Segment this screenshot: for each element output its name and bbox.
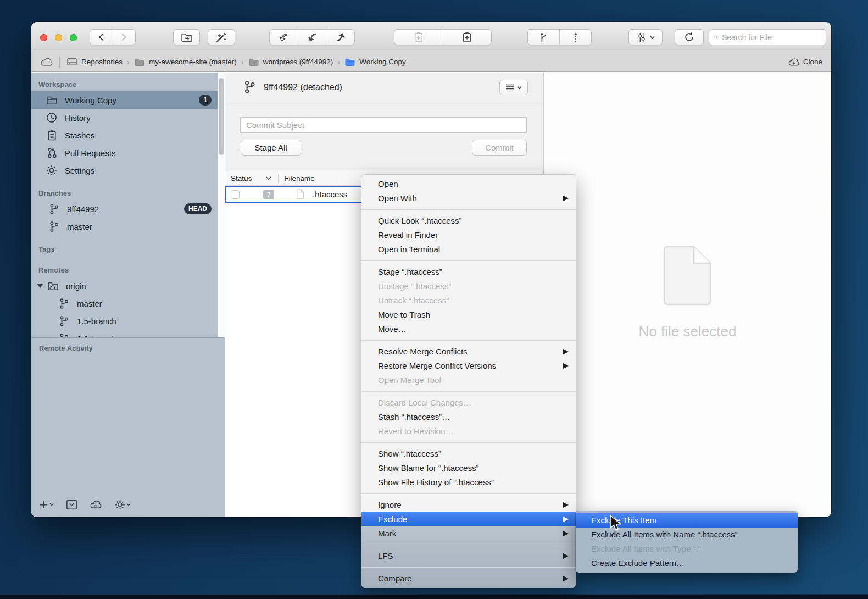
menu-item-lfs[interactable]: LFS (361, 549, 576, 563)
sidebar-branch-master[interactable]: master (31, 218, 225, 235)
breadcrumb-repo[interactable]: my-awesome-site (master) (134, 58, 237, 66)
branch-icon (58, 298, 70, 309)
menu-separator (361, 442, 576, 443)
merge-button[interactable] (528, 30, 560, 45)
sidebar-item-history[interactable]: History (31, 109, 225, 126)
working-copy-folder-icon (344, 58, 355, 66)
menu-item-compare[interactable]: Compare (361, 572, 576, 586)
column-divider (278, 174, 279, 183)
breadcrumb-repositories[interactable]: Repositories (66, 57, 123, 66)
sidebar-branch-9ff44992[interactable]: 9ff44992 HEAD (31, 200, 225, 218)
rebase-button[interactable] (560, 30, 591, 45)
settings-gear-button[interactable] (115, 500, 131, 510)
minimize-window-button[interactable] (55, 34, 62, 41)
sidebar-remote-branch-2-0[interactable]: 2.0-branch (31, 330, 225, 337)
menu-item-open-in-terminal[interactable]: Open in Terminal (361, 242, 576, 257)
quick-launch-button[interactable] (208, 29, 235, 45)
submenu-arrow-icon (563, 517, 569, 522)
disclosure-triangle-icon[interactable] (37, 284, 43, 288)
menu-item-reveal-in-finder[interactable]: Reveal in Finder (361, 228, 576, 242)
cloud-accounts-button[interactable] (90, 500, 103, 509)
sidebar-item-stashes[interactable]: Stashes (31, 126, 225, 144)
menu-item-open-merge-tool[interactable]: Open Merge Tool (361, 373, 576, 387)
menu-item-revert-to-revision[interactable]: Revert to Revision… (361, 424, 576, 439)
column-header-status[interactable]: Status (231, 174, 252, 182)
menu-separator (361, 391, 576, 392)
forward-button[interactable] (113, 30, 136, 45)
menu-item-discard-local-changes[interactable]: Discard Local Changes… (361, 396, 576, 410)
sidebar-item-pull-requests[interactable]: Pull Requests (31, 144, 225, 162)
stage-checkbox[interactable] (231, 190, 240, 199)
refresh-button[interactable] (675, 29, 704, 45)
filter-button[interactable] (628, 29, 663, 45)
commit-panel: 9ff44992 (detached) Stage All Commit (225, 73, 543, 171)
menu-item-move[interactable]: Move… (361, 322, 576, 336)
sidebar-item-settings[interactable]: Settings (31, 162, 225, 179)
file-search-field[interactable] (709, 29, 826, 45)
close-window-button[interactable] (40, 34, 47, 41)
folder-icon (134, 58, 145, 66)
stash-icon (414, 31, 424, 43)
breadcrumb-working-copy[interactable]: Working Copy (344, 58, 406, 66)
submenu-item-exclude-this-item[interactable]: Exclude This Item (576, 513, 798, 528)
branch-icon (48, 221, 60, 232)
sidebar-section-tags: Tags (31, 235, 225, 256)
inbox-button[interactable] (66, 500, 77, 510)
pull-request-icon (46, 147, 58, 158)
submenu-arrow-icon (563, 531, 569, 536)
commit-header: 9ff44992 (detached) (225, 73, 543, 102)
stage-all-button[interactable]: Stage All (241, 140, 301, 156)
back-button[interactable] (90, 30, 113, 45)
stash-button[interactable] (394, 30, 443, 45)
menu-item-stage[interactable]: Stage “.htaccess” (361, 265, 576, 279)
add-repository-button[interactable] (39, 500, 54, 509)
sidebar-remote-branch-1-5[interactable]: 1.5-branch (31, 312, 225, 330)
menu-item-exclude[interactable]: Exclude (361, 512, 576, 526)
submenu-item-exclude-by-type[interactable]: Exclude All Items with Type “.” (576, 542, 798, 556)
menu-item-resolve-merge-conflicts[interactable]: Resolve Merge Conflicts (361, 345, 576, 359)
fetch-button[interactable] (270, 30, 298, 45)
menu-item-show-blame[interactable]: Show Blame for “.htaccess” (361, 461, 576, 475)
sidebar-scrollbar-thumb[interactable] (219, 78, 224, 155)
sidebar-item-label: Stashes (65, 131, 94, 140)
menu-item-quick-look[interactable]: Quick Look “.htaccess” (361, 214, 576, 228)
column-header-filename[interactable]: Filename (284, 174, 315, 182)
commit-subject-input[interactable] (240, 117, 527, 133)
breadcrumb-submodule[interactable]: wordpress (9ff44992) (248, 58, 333, 66)
menu-item-open-with[interactable]: Open With (361, 191, 576, 206)
menu-item-unstage[interactable]: Unstage “.htaccess” (361, 279, 576, 293)
sidebar-remote-origin[interactable]: origin (31, 277, 225, 295)
view-options-button[interactable] (499, 80, 528, 95)
menu-item-mark[interactable]: Mark (361, 526, 576, 541)
menu-separator (361, 260, 576, 261)
cloud-icon (40, 57, 54, 66)
commit-button[interactable]: Commit (472, 140, 527, 156)
hamburger-icon (505, 84, 514, 91)
sidebar-item-label: History (65, 113, 91, 123)
clone-button[interactable]: Clone (788, 57, 822, 67)
menu-item-show-file-history[interactable]: Show File History of “.htaccess” (361, 475, 576, 490)
chevron-down-icon (517, 86, 522, 89)
pop-stash-button[interactable] (443, 30, 492, 45)
menu-item-untrack[interactable]: Untrack “.htaccess” (361, 293, 576, 308)
sidebar-scrollbar[interactable] (218, 73, 225, 337)
folder-lines-icon (248, 58, 259, 66)
zoom-window-button[interactable] (70, 34, 77, 41)
push-button[interactable] (326, 30, 354, 45)
menu-item-ignore[interactable]: Ignore (361, 498, 576, 512)
sidebar-remote-branch-master[interactable]: master (31, 295, 225, 312)
menu-item-restore-merge-conflict-versions[interactable]: Restore Merge Conflict Versions (361, 359, 576, 373)
search-input[interactable] (722, 33, 821, 42)
open-repository-button[interactable] (173, 29, 200, 45)
submenu-item-exclude-by-name[interactable]: Exclude All Items with Name “.htaccess” (576, 528, 798, 542)
menu-item-move-to-trash[interactable]: Move to Trash (361, 308, 576, 322)
menu-item-show[interactable]: Show “.htaccess” (361, 447, 576, 461)
menu-separator (361, 340, 576, 341)
menu-item-open[interactable]: Open (361, 177, 576, 191)
head-badge: HEAD (184, 203, 212, 214)
menu-item-stash[interactable]: Stash “.htaccess”… (361, 410, 576, 424)
submenu-item-create-exclude-pattern[interactable]: Create Exclude Pattern… (576, 556, 798, 570)
pull-button[interactable] (298, 30, 327, 45)
context-menu: Open Open With Quick Look “.htaccess” Re… (361, 175, 576, 588)
sidebar-item-working-copy[interactable]: Working Copy 1 (31, 91, 225, 109)
